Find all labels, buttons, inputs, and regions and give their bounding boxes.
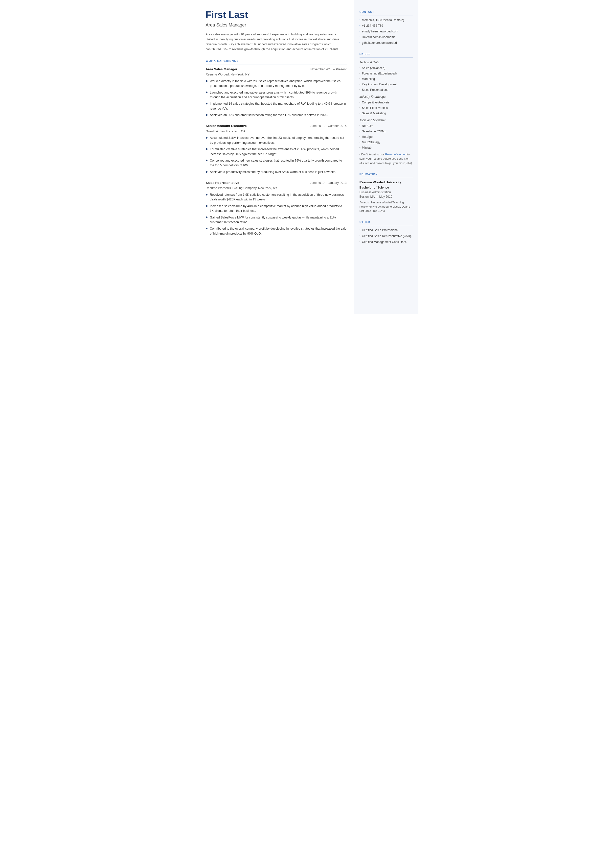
bullet-dot: [206, 92, 208, 93]
edu-location: Boston, MA — May 2010: [360, 194, 413, 199]
bullet-item: Received referrals from 1.9K satisfied c…: [206, 193, 347, 202]
skill-item: Minitab: [360, 146, 413, 150]
contact-list: Memphis, TN (Open to Remote) +1-234-456-…: [360, 18, 413, 45]
technical-skills-label: Technical Skills:: [360, 60, 413, 65]
education-section: EDUCATION Resume Worded University Bache…: [360, 172, 413, 213]
resume-page: First Last Area Sales Manager Area sales…: [196, 0, 419, 314]
bullet-dot: [206, 205, 208, 207]
skill-item: MicroStrategy: [360, 140, 413, 144]
other-item: Certified Sales Professional.: [360, 228, 413, 232]
skill-item: Sales Effectiveness: [360, 106, 413, 110]
skills-section: SKILLS Technical Skills: Sales (Advanced…: [360, 52, 413, 165]
candidate-title: Area Sales Manager: [206, 22, 347, 28]
job-bullets-2: Accumulated $16M in sales revenue over t…: [206, 136, 347, 174]
education-label: EDUCATION: [360, 172, 413, 178]
job-block-3: Sales Representative June 2010 – January…: [206, 180, 347, 236]
edu-school: Resume Worded University: [360, 180, 413, 185]
bullet-item: Gained SalesForce MVP for consistently s…: [206, 215, 347, 225]
edu-field: Business Administration: [360, 190, 413, 194]
promo-text: • Don't forget to use Resume Worded to s…: [360, 152, 413, 165]
contact-item-github: github.com/resumeworded: [360, 40, 413, 45]
bullet-item: Achieved a productivity milestone by pro…: [206, 170, 347, 174]
bullet-dot: [206, 228, 208, 229]
bullet-dot: [206, 148, 208, 150]
bullet-item: Implemented 14 sales strategies that boo…: [206, 101, 347, 111]
skill-item: Sales (Advanced): [360, 66, 413, 70]
left-column: First Last Area Sales Manager Area sales…: [196, 0, 354, 314]
skill-item: Salesforce (CRM): [360, 129, 413, 134]
job-title-1: Area Sales Manager: [206, 67, 237, 72]
industry-skills-label: Industry Knowledge:: [360, 95, 413, 99]
job-company-3: Resume Worded's Exciting Company, New Yo…: [206, 186, 347, 191]
tools-skills-list: NetSuite Salesforce (CRM) HubSpot MicroS…: [360, 124, 413, 150]
bullet-dot: [206, 216, 208, 218]
bullet-dot: [206, 103, 208, 104]
bullet-item: Achieved an 80% customer satisfaction ra…: [206, 113, 347, 118]
tools-skills-label: Tools and Software:: [360, 118, 413, 123]
job-dates-2: June 2013 – October 2015: [310, 124, 346, 129]
bullet-dot: [206, 137, 208, 138]
technical-skills-list: Sales (Advanced) Forecasting (Experience…: [360, 66, 413, 92]
industry-skills-list: Competitive Analysis Sales Effectiveness…: [360, 100, 413, 116]
job-company-2: Growthsi, San Francisco, CA: [206, 129, 347, 134]
bullet-dot: [206, 114, 208, 116]
job-bullets-1: Worked directly in the field with 230 sa…: [206, 79, 347, 118]
edu-awards: Awards: Resume Worded Teaching Fellow (o…: [360, 200, 413, 213]
skill-item: Key Account Development: [360, 82, 413, 87]
bullet-item: Formulated creative strategies that incr…: [206, 147, 347, 157]
job-company-1: Resume Worded, New York, NY: [206, 72, 347, 77]
bullet-dot: [206, 80, 208, 82]
skill-item: Sales & Marketing: [360, 111, 413, 116]
skill-item: Marketing: [360, 77, 413, 81]
contact-section: CONTACT Memphis, TN (Open to Remote) +1-…: [360, 10, 413, 45]
bullet-dot: [206, 194, 208, 196]
skill-item: Sales Presentations: [360, 88, 413, 92]
other-list: Certified Sales Professional. Certified …: [360, 228, 413, 244]
other-item: Certified Management Consultant.: [360, 240, 413, 244]
bullet-dot: [206, 171, 208, 173]
contact-item-phone: +1-234-456-789: [360, 23, 413, 28]
job-dates-3: June 2010 – January 2013: [310, 181, 346, 185]
bullet-item: Contributed to the overall company profi…: [206, 227, 347, 236]
job-title-3: Sales Representative: [206, 180, 239, 185]
bullet-item: Increased sales volume by 40% in a compe…: [206, 204, 347, 214]
skill-item: NetSuite: [360, 124, 413, 128]
right-column: CONTACT Memphis, TN (Open to Remote) +1-…: [354, 0, 419, 314]
resume-worded-link[interactable]: Resume Worded: [385, 153, 406, 156]
skills-label: SKILLS: [360, 52, 413, 58]
job-header-2: Senior Account Executive June 2013 – Oct…: [206, 123, 347, 129]
skill-item: Forecasting (Experienced): [360, 71, 413, 76]
job-title-2: Senior Account Executive: [206, 123, 247, 129]
contact-item-location: Memphis, TN (Open to Remote): [360, 18, 413, 22]
candidate-summary: Area sales manager with 10 years of succ…: [206, 32, 347, 52]
work-experience-section: WORK EXPERIENCE Area Sales Manager Novem…: [206, 59, 347, 236]
bullet-item: Conceived and executed new sales strateg…: [206, 158, 347, 168]
skill-item: Competitive Analysis: [360, 100, 413, 105]
job-header-3: Sales Representative June 2010 – January…: [206, 180, 347, 185]
other-label: OTHER: [360, 220, 413, 226]
job-dates-1: November 2015 – Present: [310, 67, 347, 72]
contact-label: CONTACT: [360, 10, 413, 16]
job-bullets-3: Received referrals from 1.9K satisfied c…: [206, 193, 347, 236]
edu-degree: Bachelor of Science: [360, 185, 413, 190]
other-section: OTHER Certified Sales Professional. Cert…: [360, 220, 413, 244]
work-experience-label: WORK EXPERIENCE: [206, 59, 347, 65]
contact-item-linkedin: linkedin.com/in/username: [360, 35, 413, 39]
bullet-item: Worked directly in the field with 230 sa…: [206, 79, 347, 89]
job-block-2: Senior Account Executive June 2013 – Oct…: [206, 123, 347, 174]
candidate-name: First Last: [206, 10, 347, 20]
job-header-1: Area Sales Manager November 2015 – Prese…: [206, 67, 347, 72]
bullet-dot: [206, 160, 208, 161]
bullet-item: Launched and executed innovative sales p…: [206, 90, 347, 100]
contact-item-email: email@resumeworded.com: [360, 29, 413, 34]
skill-item: HubSpot: [360, 135, 413, 139]
job-block-1: Area Sales Manager November 2015 – Prese…: [206, 67, 347, 118]
bullet-item: Accumulated $16M in sales revenue over t…: [206, 136, 347, 145]
other-item: Certified Sales Representative (CSR).: [360, 234, 413, 238]
